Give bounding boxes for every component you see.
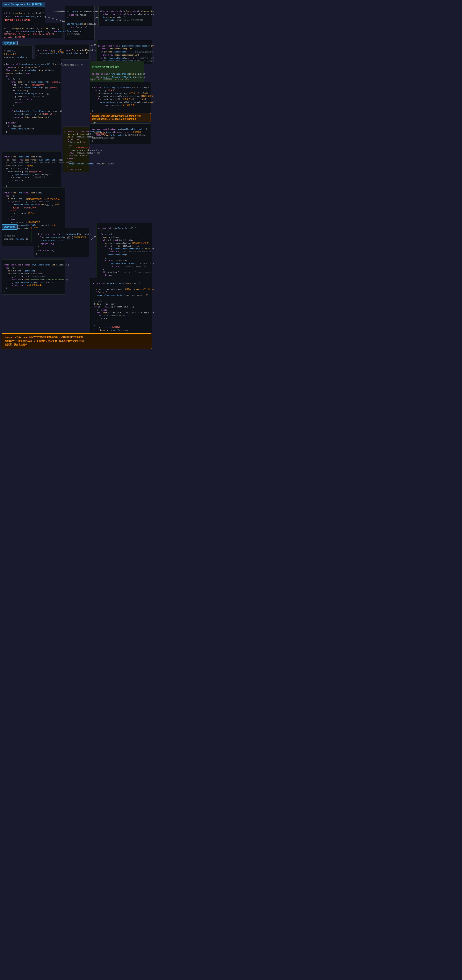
unpark-successor-block: private void unparkSuccessor(Node node) … bbox=[90, 278, 152, 336]
do-acquire-shared-block: private void doAcquireSharedInterruptibl… bbox=[2, 59, 61, 135]
fair-annotation: 指定锁的类型, fair=true 公平锁, false 非公平锁 permit… bbox=[4, 33, 54, 39]
release-shared-block: public final boolean releaseShared(int a… bbox=[34, 228, 89, 257]
default-nonfair-annotation: 默认创建一个非公平信号量 bbox=[5, 19, 30, 21]
construction-title: new Semaphore(2):构造过程 bbox=[2, 2, 45, 7]
nonfair-sync-block: NonfairSync(int permits) { super(permits… bbox=[65, 18, 95, 40]
should-park-block: private static boolean shouldPark... (No… bbox=[63, 127, 89, 172]
main-container: new Semaphore(2):构造过程 public Semaphore(i… bbox=[0, 0, 154, 4]
compete-annotation: 争夺锁, 多个线程读写导致remaining(小于0 bbox=[90, 78, 129, 81]
acquire-one-annotation: 获取一个资源 bbox=[51, 51, 64, 54]
bottom-annotation: doAcquireInterruptibly方法中线程开始继续执行，此时可能因产… bbox=[2, 333, 152, 349]
cas-annotation-box: compareAndSetState在高并发情况下CAS操作可能存在大量失败所以… bbox=[90, 113, 151, 122]
try-release-shared-block: protected final boolean tryReleaseShared… bbox=[2, 259, 65, 294]
nonfair-try-acquire-block: final int nonfairTryAcquireShared(int ac… bbox=[90, 82, 151, 114]
do-release-shared-block: private void doReleaseShared() { /*...*/… bbox=[96, 223, 152, 281]
simple-acquire-block: // 获取资源 定义main中方法 semaphore.acquire(); bbox=[2, 45, 32, 60]
when-lock-remaining-annotation: 当锁剩余次数(小于0)时 bbox=[61, 64, 83, 67]
release-section-label: 释放资源 bbox=[2, 224, 18, 230]
svg-line-18 bbox=[89, 235, 96, 242]
sync-abstract-block: abstract static class Sync extends Abstr… bbox=[98, 6, 152, 26]
simple-release-block: // 释放资源 semaphore.release(); bbox=[2, 230, 32, 242]
